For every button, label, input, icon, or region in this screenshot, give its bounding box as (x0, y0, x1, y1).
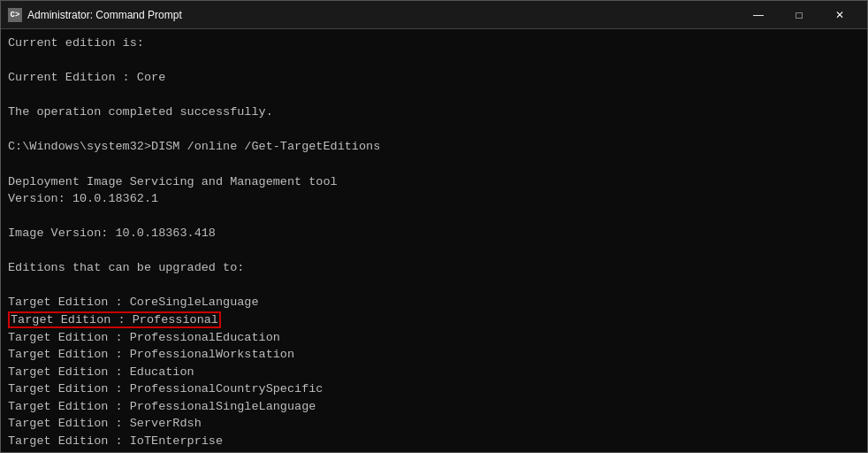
console-line: Target Edition : ProfessionalEducation (8, 329, 860, 347)
console-line (8, 277, 860, 295)
console-line: Target Edition : Enterprise (8, 450, 860, 453)
console-line: Version: 10.0.18362.1 (8, 190, 860, 208)
console-body: Current edition is: Current Edition : Co… (1, 29, 867, 452)
maximize-button[interactable]: □ (779, 1, 819, 29)
console-line: Current Edition : Core (8, 69, 860, 87)
console-line: Target Edition : ProfessionalWorkstation (8, 346, 860, 364)
command-prompt-window: C> Administrator: Command Prompt — □ ✕ C… (0, 0, 868, 453)
highlighted-line: Target Edition : Professional (8, 311, 221, 328)
console-line: Editions that can be upgraded to: (8, 259, 860, 277)
console-line (8, 208, 860, 226)
console-line (8, 52, 860, 70)
console-line: Target Edition : IoTEnterprise (8, 433, 860, 450)
console-line: Deployment Image Servicing and Managemen… (8, 173, 860, 191)
console-output[interactable]: Current edition is: Current Edition : Co… (1, 29, 867, 452)
console-line: Target Edition : CoreSingleLanguage (8, 294, 860, 311)
window-title: Administrator: Command Prompt (27, 9, 738, 21)
console-line (8, 242, 860, 260)
console-line: Target Edition : Professional (8, 311, 860, 329)
console-line: Target Edition : ProfessionalSingleLangu… (8, 398, 860, 416)
console-line: Target Edition : ProfessionalCountrySpec… (8, 380, 860, 398)
console-line: Current edition is: (8, 35, 860, 52)
close-button[interactable]: ✕ (819, 1, 860, 29)
window-icon: C> (8, 8, 22, 22)
console-line: Target Edition : ServerRdsh (8, 415, 860, 433)
console-line: C:\Windows\system32>DISM /online /Get-Ta… (8, 138, 860, 156)
console-line: Image Version: 10.0.18363.418 (8, 225, 860, 242)
console-line: The operation completed successfully. (8, 104, 860, 121)
console-line: Target Edition : Education (8, 364, 860, 381)
console-line (8, 87, 860, 104)
window-controls: — □ ✕ (738, 1, 860, 29)
console-line (8, 156, 860, 173)
title-bar: C> Administrator: Command Prompt — □ ✕ (1, 1, 867, 29)
minimize-button[interactable]: — (738, 1, 779, 29)
console-line (8, 121, 860, 139)
